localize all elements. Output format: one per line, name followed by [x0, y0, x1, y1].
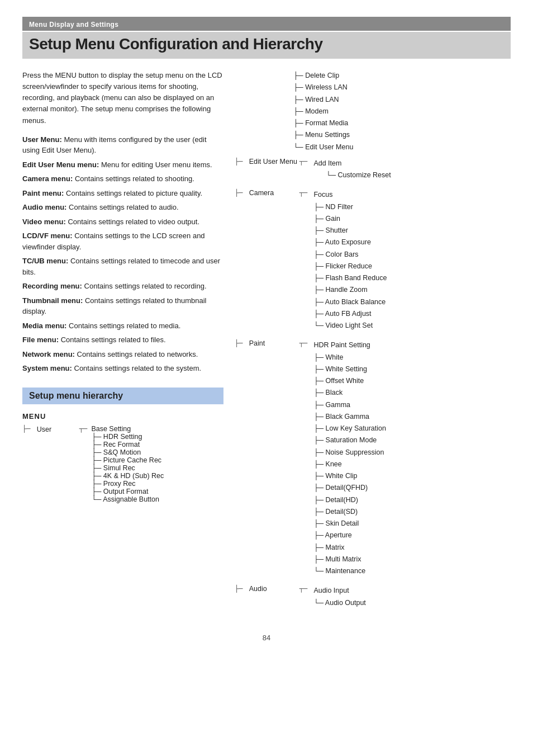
menu-text-media: Contains settings related to media.: [69, 322, 180, 330]
menu-item-paint: Paint menu: Contains settings related to…: [22, 188, 223, 199]
paint-item-2: ├─ White Setting: [313, 363, 386, 375]
menu-text-audio: Contains settings related to audio.: [69, 203, 179, 211]
user-item-4: ├─ Picture Cache Rec: [79, 456, 164, 464]
audio-item-1: └─ Audio Output: [313, 597, 365, 609]
paint-item-1: ├─ White: [313, 352, 386, 363]
menu-item-audio: Audio menu: Contains settings related to…: [22, 202, 223, 213]
menu-item-file: File menu: Contains settings related to …: [22, 334, 223, 346]
net-item-5: ├─ Menu Settings: [293, 129, 511, 141]
menu-label-tcub: TC/UB menu:: [22, 257, 68, 265]
menu-text-camera: Contains settings related to shooting.: [75, 174, 194, 183]
cam-item-6: ├─ Flicker Reduce: [313, 261, 387, 272]
edit-user-item-0: Add Item: [313, 158, 391, 169]
net-item-4: ├─ Format Media: [293, 117, 511, 129]
menu-item-recording: Recording menu: Contains settings relate…: [22, 281, 223, 292]
paint-item-11: ├─ White Clip: [313, 470, 386, 482]
menu-label-paint: Paint menu:: [22, 189, 64, 197]
menu-label-thumbnail: Thumbnail menu:: [22, 296, 83, 305]
paint-item-18: ├─ Multi Matrix: [313, 554, 386, 565]
menu-descriptions: User Menu: Menu with items configured by…: [22, 134, 223, 374]
menu-label-recording: Recording menu:: [22, 282, 82, 290]
user-item-6: ├─ 4K & HD (Sub) Rec: [79, 472, 164, 480]
paint-item-16: ├─ Aperture: [313, 530, 386, 541]
paint-item-13: ├─ Detail(HD): [313, 494, 386, 506]
menu-label-user: User Menu:: [22, 135, 62, 144]
network-items-block: ├─ Delete Clip ├─ Wireless LAN ├─ Wired …: [235, 70, 511, 153]
user-item-5: ├─ Simul Rec: [79, 464, 164, 472]
cam-item-3: ├─ Shutter: [313, 225, 387, 237]
paint-item-4: ├─ Black: [313, 387, 386, 399]
menu-label-camera: Camera menu:: [22, 174, 73, 183]
header-title-bar: Setup Menu Configuration and Hierarchy: [22, 32, 511, 59]
net-item-1: ├─ Wireless LAN: [293, 82, 511, 93]
paint-item-7: ├─ Low Key Saturation: [313, 423, 386, 434]
user-item-0: Base Setting: [91, 425, 131, 433]
paint-label: Paint: [249, 339, 299, 347]
audio-branch: ├─ Audio ┬─ Audio Input └─ Audio Output: [235, 585, 511, 609]
menu-text-recording: Contains settings related to recording.: [84, 282, 207, 290]
paint-item-9: ├─ Noise Suppression: [313, 447, 386, 459]
cam-item-1: ├─ ND Filter: [313, 201, 387, 213]
right-column: ├─ Delete Clip ├─ Wireless LAN ├─ Wired …: [229, 70, 511, 617]
menu-label-lcdvf: LCD/VF menu:: [22, 231, 73, 240]
menu-label-system: System menu:: [22, 364, 72, 372]
cam-item-7: ├─ Flash Band Reduce: [313, 272, 387, 284]
cam-item-10: ├─ Auto FB Adjust: [313, 308, 387, 320]
user-item-3: ├─ S&Q Motion: [79, 448, 164, 456]
paint-item-10: ├─ Knee: [313, 459, 386, 470]
menu-label-edit-user: Edit User Menu menu:: [22, 160, 99, 169]
cam-item-2: ├─ Gain: [313, 213, 387, 225]
menu-label-audio: Audio menu:: [22, 203, 66, 211]
menu-item-tcub: TC/UB menu: Contains settings related to…: [22, 256, 223, 277]
header-subtitle: Menu Display and Settings: [29, 21, 118, 29]
user-item-7: ├─ Proxy Rec: [79, 480, 164, 488]
paint-item-3: ├─ Offset White: [313, 375, 386, 387]
page-number: 84: [22, 634, 511, 642]
cam-item-5: ├─ Color Bars: [313, 249, 387, 261]
menu-text-system: Contains settings related to the system.: [74, 364, 202, 372]
edit-user-menu-branch: ├─ Edit User Menu ┬─ Add Item └─ Customi…: [235, 158, 511, 182]
paint-item-5: ├─ Gamma: [313, 399, 386, 411]
net-item-3: ├─ Modem: [293, 106, 511, 117]
menu-text-file: Contains settings related to files.: [61, 336, 166, 344]
camera-label: Camera: [249, 189, 299, 197]
paint-item-15: ├─ Skin Detail: [313, 518, 386, 530]
paint-branch: ├─ Paint ┬─ HDR Paint Setting ├─ White ├…: [235, 339, 511, 577]
cam-item-9: ├─ Auto Black Balance: [313, 296, 387, 308]
menu-item-user: User Menu: Menu with items configured by…: [22, 134, 223, 156]
menu-root-label: MENU: [22, 412, 223, 420]
audio-item-0: Audio Input: [313, 585, 365, 597]
hierarchy-header-title: Setup menu hierarchy: [29, 391, 123, 400]
edit-user-item-1: └─ Customize Reset: [313, 169, 391, 181]
menu-item-network: Network menu: Contains settings related …: [22, 349, 223, 360]
menu-label-network: Network menu:: [22, 350, 75, 358]
paint-item-6: ├─ Black Gamma: [313, 411, 386, 423]
menu-item-system: System menu: Contains settings related t…: [22, 363, 223, 374]
left-column: Press the MENU button to display the set…: [22, 70, 229, 617]
paint-item-0: HDR Paint Setting: [313, 339, 386, 351]
header-section: Menu Display and Settings: [22, 17, 511, 31]
menu-label-media: Media menu:: [22, 322, 66, 330]
menu-item-media: Media menu: Contains settings related to…: [22, 320, 223, 332]
net-item-0: ├─ Delete Clip: [293, 70, 511, 82]
main-content: Press the MENU button to display the set…: [22, 70, 511, 617]
menu-item-video: Video menu: Contains settings related to…: [22, 216, 223, 228]
menu-text-paint: Contains settings related to picture qua…: [66, 189, 202, 197]
intro-paragraph: Press the MENU button to display the set…: [22, 70, 223, 126]
paint-item-17: ├─ Matrix: [313, 542, 386, 554]
cam-item-0: Focus: [313, 189, 387, 201]
edit-user-label: Edit User Menu: [249, 158, 299, 166]
menu-text-network: Contains settings related to networks.: [77, 350, 198, 358]
user-item-2: ├─ Rec Format: [79, 441, 164, 448]
user-branch-connector: ├─: [22, 425, 35, 433]
page-title: Setup Menu Configuration and Hierarchy: [29, 35, 322, 53]
paint-item-14: ├─ Detail(SD): [313, 506, 386, 518]
menu-item-thumbnail: Thumbnail menu: Contains settings relate…: [22, 295, 223, 317]
menu-item-edit-user: Edit User Menu menu: Menu for editing Us…: [22, 159, 223, 171]
user-item-1: ├─ HDR Setting: [79, 433, 164, 441]
menu-text-edit-user: Menu for editing User menu items.: [101, 160, 212, 169]
user-branch-label: User: [37, 425, 70, 433]
camera-branch: ├─ Camera ┬─ Focus ├─ ND Filter ├─ Gain …: [235, 189, 511, 332]
user-item-9: └─ Assignable Button: [79, 495, 164, 503]
user-branch: ├─ User ┬─ Base Setting ├─ HDR Setting ├…: [22, 425, 223, 503]
